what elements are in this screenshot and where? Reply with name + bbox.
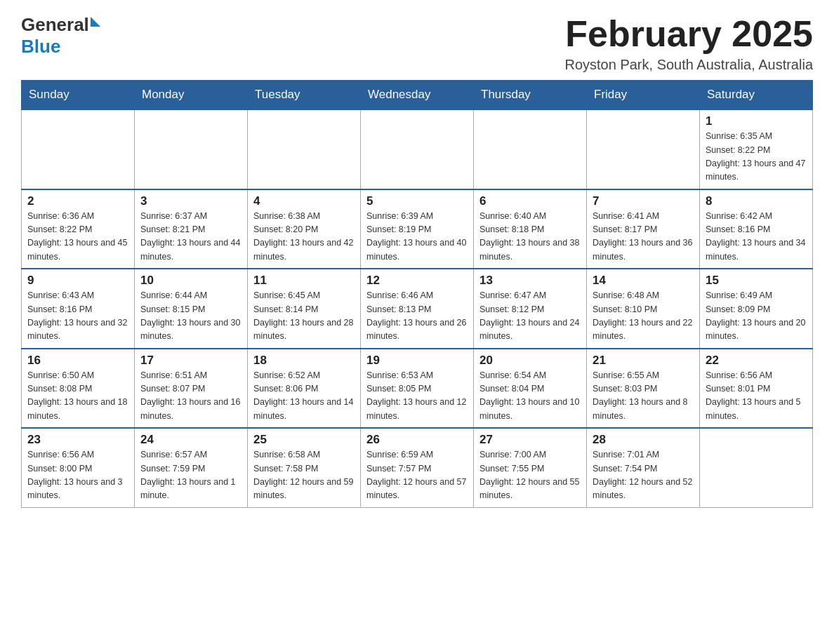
calendar-cell: 1Sunrise: 6:35 AM Sunset: 8:22 PM Daylig… xyxy=(700,109,813,189)
calendar-cell: 23Sunrise: 6:56 AM Sunset: 8:00 PM Dayli… xyxy=(22,428,135,507)
day-info: Sunrise: 6:51 AM Sunset: 8:07 PM Dayligh… xyxy=(140,369,241,424)
day-number: 6 xyxy=(479,194,581,208)
day-info: Sunrise: 6:53 AM Sunset: 8:05 PM Dayligh… xyxy=(366,369,468,424)
day-number: 10 xyxy=(140,274,241,288)
calendar-table: SundayMondayTuesdayWednesdayThursdayFrid… xyxy=(21,80,813,508)
day-number: 20 xyxy=(479,354,581,368)
header-thursday: Thursday xyxy=(474,81,587,110)
calendar-cell: 17Sunrise: 6:51 AM Sunset: 8:07 PM Dayli… xyxy=(135,349,248,429)
calendar-cell: 19Sunrise: 6:53 AM Sunset: 8:05 PM Dayli… xyxy=(361,349,474,429)
day-info: Sunrise: 6:35 AM Sunset: 8:22 PM Dayligh… xyxy=(706,130,807,185)
calendar-cell: 26Sunrise: 6:59 AM Sunset: 7:57 PM Dayli… xyxy=(361,428,474,507)
day-number: 11 xyxy=(253,274,355,288)
calendar-cell: 10Sunrise: 6:44 AM Sunset: 8:15 PM Dayli… xyxy=(135,269,248,349)
day-info: Sunrise: 6:59 AM Sunset: 7:57 PM Dayligh… xyxy=(366,448,468,503)
day-number: 16 xyxy=(27,354,128,368)
calendar-cell: 2Sunrise: 6:36 AM Sunset: 8:22 PM Daylig… xyxy=(22,189,135,269)
day-info: Sunrise: 6:58 AM Sunset: 7:58 PM Dayligh… xyxy=(253,448,355,503)
day-number: 2 xyxy=(27,194,128,208)
day-info: Sunrise: 6:39 AM Sunset: 8:19 PM Dayligh… xyxy=(366,210,468,264)
calendar-cell: 25Sunrise: 6:58 AM Sunset: 7:58 PM Dayli… xyxy=(248,428,361,507)
day-number: 4 xyxy=(253,194,355,208)
day-number: 3 xyxy=(140,194,241,208)
day-number: 24 xyxy=(140,433,241,447)
day-info: Sunrise: 6:57 AM Sunset: 7:59 PM Dayligh… xyxy=(140,448,241,503)
calendar-week-2: 2Sunrise: 6:36 AM Sunset: 8:22 PM Daylig… xyxy=(22,189,813,269)
calendar-week-4: 16Sunrise: 6:50 AM Sunset: 8:08 PM Dayli… xyxy=(22,349,813,429)
day-number: 26 xyxy=(366,433,468,447)
calendar-cell: 15Sunrise: 6:49 AM Sunset: 8:09 PM Dayli… xyxy=(700,269,813,349)
day-number: 27 xyxy=(479,433,581,447)
day-number: 18 xyxy=(253,354,355,368)
calendar-week-3: 9Sunrise: 6:43 AM Sunset: 8:16 PM Daylig… xyxy=(22,269,813,349)
day-number: 7 xyxy=(593,194,694,208)
calendar-cell xyxy=(248,109,361,189)
day-info: Sunrise: 6:37 AM Sunset: 8:21 PM Dayligh… xyxy=(140,210,241,264)
title-area: February 2025 Royston Park, South Austra… xyxy=(564,14,813,73)
day-number: 1 xyxy=(706,114,807,128)
day-info: Sunrise: 6:55 AM Sunset: 8:03 PM Dayligh… xyxy=(593,369,694,424)
day-info: Sunrise: 6:54 AM Sunset: 8:04 PM Dayligh… xyxy=(479,369,581,424)
day-info: Sunrise: 6:56 AM Sunset: 8:00 PM Dayligh… xyxy=(27,448,128,503)
day-info: Sunrise: 6:45 AM Sunset: 8:14 PM Dayligh… xyxy=(253,289,355,344)
day-number: 12 xyxy=(366,274,468,288)
calendar-cell: 12Sunrise: 6:46 AM Sunset: 8:13 PM Dayli… xyxy=(361,269,474,349)
header-friday: Friday xyxy=(587,81,700,110)
calendar-cell: 9Sunrise: 6:43 AM Sunset: 8:16 PM Daylig… xyxy=(22,269,135,349)
calendar-subtitle: Royston Park, South Australia, Australia xyxy=(564,57,813,73)
calendar-cell: 14Sunrise: 6:48 AM Sunset: 8:10 PM Dayli… xyxy=(587,269,700,349)
day-number: 13 xyxy=(479,274,581,288)
logo-triangle-icon xyxy=(91,17,100,27)
header-tuesday: Tuesday xyxy=(248,81,361,110)
calendar-cell xyxy=(587,109,700,189)
calendar-cell xyxy=(135,109,248,189)
day-number: 25 xyxy=(253,433,355,447)
calendar-header-row: SundayMondayTuesdayWednesdayThursdayFrid… xyxy=(22,81,813,110)
page-header: General Blue February 2025 Royston Park,… xyxy=(21,14,813,73)
day-number: 5 xyxy=(366,194,468,208)
calendar-cell xyxy=(474,109,587,189)
calendar-cell xyxy=(361,109,474,189)
calendar-week-1: 1Sunrise: 6:35 AM Sunset: 8:22 PM Daylig… xyxy=(22,109,813,189)
calendar-cell: 6Sunrise: 6:40 AM Sunset: 8:18 PM Daylig… xyxy=(474,189,587,269)
day-info: Sunrise: 6:49 AM Sunset: 8:09 PM Dayligh… xyxy=(706,289,807,344)
day-info: Sunrise: 6:46 AM Sunset: 8:13 PM Dayligh… xyxy=(366,289,468,344)
day-info: Sunrise: 7:01 AM Sunset: 7:54 PM Dayligh… xyxy=(593,448,694,503)
day-info: Sunrise: 6:56 AM Sunset: 8:01 PM Dayligh… xyxy=(706,369,807,424)
day-info: Sunrise: 6:40 AM Sunset: 8:18 PM Dayligh… xyxy=(479,210,581,264)
day-info: Sunrise: 6:47 AM Sunset: 8:12 PM Dayligh… xyxy=(479,289,581,344)
calendar-cell: 18Sunrise: 6:52 AM Sunset: 8:06 PM Dayli… xyxy=(248,349,361,429)
day-info: Sunrise: 6:41 AM Sunset: 8:17 PM Dayligh… xyxy=(593,210,694,264)
day-number: 22 xyxy=(706,354,807,368)
day-info: Sunrise: 6:42 AM Sunset: 8:16 PM Dayligh… xyxy=(706,210,807,264)
day-info: Sunrise: 7:00 AM Sunset: 7:55 PM Dayligh… xyxy=(479,448,581,503)
day-number: 23 xyxy=(27,433,128,447)
day-info: Sunrise: 6:50 AM Sunset: 8:08 PM Dayligh… xyxy=(27,369,128,424)
header-wednesday: Wednesday xyxy=(361,81,474,110)
header-saturday: Saturday xyxy=(700,81,813,110)
calendar-cell xyxy=(22,109,135,189)
day-info: Sunrise: 6:52 AM Sunset: 8:06 PM Dayligh… xyxy=(253,369,355,424)
calendar-cell: 8Sunrise: 6:42 AM Sunset: 8:16 PM Daylig… xyxy=(700,189,813,269)
calendar-cell: 16Sunrise: 6:50 AM Sunset: 8:08 PM Dayli… xyxy=(22,349,135,429)
day-number: 19 xyxy=(366,354,468,368)
calendar-cell: 3Sunrise: 6:37 AM Sunset: 8:21 PM Daylig… xyxy=(135,189,248,269)
calendar-cell: 21Sunrise: 6:55 AM Sunset: 8:03 PM Dayli… xyxy=(587,349,700,429)
calendar-week-5: 23Sunrise: 6:56 AM Sunset: 8:00 PM Dayli… xyxy=(22,428,813,507)
calendar-cell: 27Sunrise: 7:00 AM Sunset: 7:55 PM Dayli… xyxy=(474,428,587,507)
day-number: 28 xyxy=(593,433,694,447)
calendar-cell: 13Sunrise: 6:47 AM Sunset: 8:12 PM Dayli… xyxy=(474,269,587,349)
day-info: Sunrise: 6:43 AM Sunset: 8:16 PM Dayligh… xyxy=(27,289,128,344)
day-number: 9 xyxy=(27,274,128,288)
calendar-cell: 7Sunrise: 6:41 AM Sunset: 8:17 PM Daylig… xyxy=(587,189,700,269)
calendar-cell: 4Sunrise: 6:38 AM Sunset: 8:20 PM Daylig… xyxy=(248,189,361,269)
logo-general-text: General xyxy=(21,14,89,36)
header-sunday: Sunday xyxy=(22,81,135,110)
day-number: 21 xyxy=(593,354,694,368)
calendar-cell: 24Sunrise: 6:57 AM Sunset: 7:59 PM Dayli… xyxy=(135,428,248,507)
calendar-title: February 2025 xyxy=(564,14,813,54)
day-number: 17 xyxy=(140,354,241,368)
day-info: Sunrise: 6:38 AM Sunset: 8:20 PM Dayligh… xyxy=(253,210,355,264)
calendar-cell: 20Sunrise: 6:54 AM Sunset: 8:04 PM Dayli… xyxy=(474,349,587,429)
day-number: 14 xyxy=(593,274,694,288)
